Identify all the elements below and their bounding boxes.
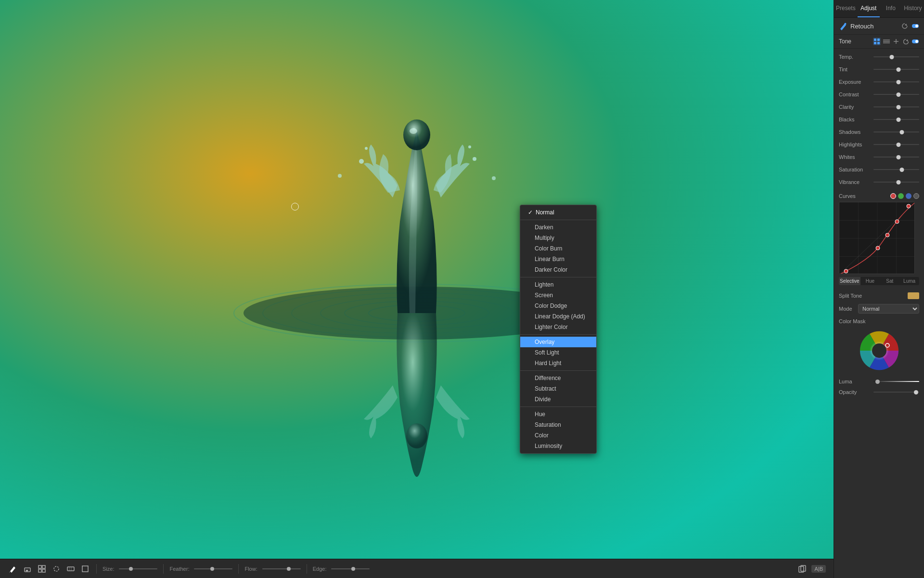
edge-label: Edge: (313, 566, 327, 572)
curves-header: Curves (839, 193, 919, 199)
tint-slider-row: Tint (834, 63, 924, 76)
tab-info[interactable]: Info (880, 0, 902, 17)
dropdown-item-hue[interactable]: Hue (520, 409, 596, 420)
tab-adjust[interactable]: Adjust (858, 0, 880, 17)
feather-slider-container[interactable] (194, 568, 232, 569)
curves-tab-luma[interactable]: Luma (899, 277, 919, 285)
luma-thumb[interactable] (875, 380, 880, 384)
dropdown-item-color[interactable]: Color (520, 430, 596, 441)
edge-slider-container[interactable] (331, 568, 370, 569)
curves-tab-selective[interactable]: Selective (839, 277, 860, 285)
dropdown-item-lightercolor[interactable]: Lighter Color (520, 322, 596, 332)
flow-label: Flow: (244, 566, 257, 572)
curves-dot-green[interactable] (898, 193, 904, 199)
dropdown-item-multiply[interactable]: Multiply (520, 233, 596, 243)
curves-tab-hue[interactable]: Hue (860, 277, 880, 285)
dropdown-item-subtract[interactable]: Subtract (520, 383, 596, 394)
luma-track[interactable] (873, 381, 919, 382)
dropdown-item-lineardodge[interactable]: Linear Dodge (Add) (520, 311, 596, 322)
box-tool[interactable] (80, 564, 90, 574)
tab-history[interactable]: History (902, 0, 924, 17)
dropdown-item-normal[interactable]: Normal (520, 207, 596, 218)
svg-rect-19 (38, 569, 41, 572)
clarity-slider[interactable] (873, 106, 919, 107)
shadows-slider[interactable] (873, 131, 919, 132)
dropdown-item-hardlight[interactable]: Hard Light (520, 358, 596, 368)
mode-select[interactable]: NormalDarkenMultiplyColor BurnLinear Bur… (858, 304, 919, 314)
vibrance-slider-row: Vibrance (834, 176, 924, 188)
contrast-slider[interactable] (873, 94, 919, 95)
size-label: Size: (103, 566, 114, 572)
svg-rect-18 (42, 565, 45, 568)
svg-point-10 (365, 147, 368, 150)
size-slider[interactable] (119, 568, 157, 569)
color-mask-label: Color Mask (834, 316, 924, 325)
tint-slider[interactable] (873, 69, 919, 70)
tab-presets[interactable]: Presets (834, 0, 858, 17)
dropdown-item-linearburn[interactable]: Linear Burn (520, 254, 596, 264)
saturation-slider[interactable] (873, 169, 919, 170)
brush-tool[interactable] (8, 564, 18, 574)
dropdown-item-difference[interactable]: Difference (520, 373, 596, 383)
feather-slider[interactable] (194, 568, 232, 569)
flow-slider[interactable] (262, 568, 301, 569)
color-wheel-svg[interactable] (858, 329, 901, 372)
exposure-label: Exposure (839, 79, 873, 85)
opacity-track[interactable] (873, 392, 919, 393)
right-panel: Presets Adjust Info History Retouch Tone (834, 0, 924, 578)
dropdown-item-luminosity[interactable]: Luminosity (520, 441, 596, 451)
highlights-slider[interactable] (873, 144, 919, 145)
dropdown-separator-4 (520, 370, 596, 371)
size-slider-container[interactable] (119, 568, 157, 569)
tone-reset-btn[interactable] (902, 38, 910, 45)
blend-mode-dropdown[interactable]: Normal Darken Multiply Color Burn Linear… (520, 205, 597, 454)
dropdown-item-softlight[interactable]: Soft Light (520, 347, 596, 358)
exposure-slider-row: Exposure (834, 76, 924, 88)
luma-label: Luma (839, 379, 873, 384)
dropdown-item-colordodge[interactable]: Color Dodge (520, 301, 596, 311)
toggle-btn[interactable] (911, 22, 919, 30)
dropdown-item-darkercolor[interactable]: Darker Color (520, 264, 596, 275)
grid-tool[interactable] (37, 564, 47, 574)
dropdown-item-darken[interactable]: Darken (520, 222, 596, 233)
dropdown-item-screen[interactable]: Screen (520, 290, 596, 301)
dropdown-separator-5 (520, 407, 596, 407)
dropdown-separator-1 (520, 220, 596, 220)
svg-point-52 (895, 220, 899, 223)
eraser-tool[interactable] (22, 564, 33, 574)
saturation-slider-row: Saturation (834, 163, 924, 176)
dropdown-item-lighten[interactable]: Lighten (520, 279, 596, 290)
blacks-slider[interactable] (873, 119, 919, 120)
split-tone-swatch[interactable] (908, 292, 919, 299)
curves-dot-all[interactable] (913, 193, 919, 199)
dropdown-item-divide[interactable]: Divide (520, 394, 596, 405)
opacity-thumb[interactable] (914, 390, 918, 394)
reset-btn[interactable] (901, 22, 909, 30)
ab-toggle[interactable]: A|B (811, 565, 826, 573)
tone-add-btn[interactable] (892, 38, 900, 45)
edge-slider[interactable] (331, 568, 370, 569)
exposure-slider[interactable] (873, 81, 919, 82)
svg-point-49 (844, 269, 848, 273)
dropdown-item-saturation[interactable]: Saturation (520, 420, 596, 430)
temp-slider[interactable] (873, 56, 919, 57)
svg-rect-34 (877, 42, 880, 44)
gradient-tool[interactable] (65, 564, 76, 574)
lasso-tool[interactable] (51, 564, 62, 574)
clarity-label: Clarity (839, 104, 873, 110)
tone-toggle-btn[interactable] (911, 38, 919, 45)
tone-list-btn[interactable] (883, 38, 890, 45)
flow-slider-container[interactable] (262, 568, 301, 569)
curves-dot-blue[interactable] (906, 193, 911, 199)
whites-slider[interactable] (873, 157, 919, 158)
dropdown-item-overlay[interactable]: Overlay (520, 337, 596, 347)
curves-dot-red[interactable] (890, 193, 896, 199)
clarity-slider-row: Clarity (834, 101, 924, 113)
copy-tool[interactable] (797, 564, 808, 574)
tone-label: Tone (839, 38, 873, 45)
dropdown-item-colorburn[interactable]: Color Burn (520, 243, 596, 254)
tone-auto-btn[interactable] (873, 38, 881, 45)
vibrance-slider[interactable] (873, 182, 919, 183)
curves-canvas[interactable] (839, 202, 915, 274)
curves-tab-sat[interactable]: Sat (880, 277, 899, 285)
